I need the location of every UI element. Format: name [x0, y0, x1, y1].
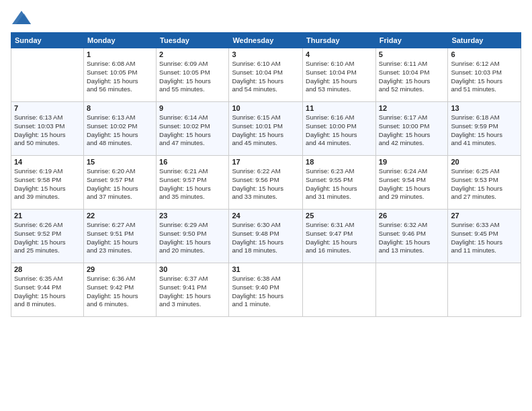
- day-header-monday: Monday: [83, 33, 156, 48]
- calendar-cell: 6Sunrise: 6:12 AM Sunset: 10:03 PM Dayli…: [448, 48, 521, 102]
- day-number: 20: [451, 158, 518, 166]
- day-number: 29: [87, 265, 153, 273]
- calendar-cell: 8Sunrise: 6:13 AM Sunset: 10:02 PM Dayli…: [83, 102, 156, 156]
- day-number: 21: [14, 212, 81, 220]
- day-info: Sunrise: 6:37 AM Sunset: 9:41 PM Dayligh…: [159, 275, 226, 309]
- day-info: Sunrise: 6:08 AM Sunset: 10:05 PM Daylig…: [87, 60, 153, 94]
- day-number: 17: [232, 158, 300, 166]
- day-number: 10: [232, 104, 300, 112]
- day-info: Sunrise: 6:15 AM Sunset: 10:01 PM Daylig…: [232, 113, 300, 148]
- day-info: Sunrise: 6:13 AM Sunset: 10:03 PM Daylig…: [14, 113, 81, 148]
- day-info: Sunrise: 6:19 AM Sunset: 9:58 PM Dayligh…: [14, 167, 81, 201]
- day-number: 5: [379, 50, 445, 58]
- day-number: 27: [451, 212, 518, 220]
- day-number: 26: [379, 212, 445, 220]
- calendar-cell: 18Sunrise: 6:23 AM Sunset: 9:55 PM Dayli…: [303, 156, 376, 210]
- day-number: 7: [14, 104, 81, 112]
- day-info: Sunrise: 6:24 AM Sunset: 9:54 PM Dayligh…: [379, 167, 445, 201]
- day-info: Sunrise: 6:31 AM Sunset: 9:47 PM Dayligh…: [306, 221, 373, 255]
- week-row-3: 14Sunrise: 6:19 AM Sunset: 9:58 PM Dayli…: [11, 156, 521, 210]
- day-number: 19: [379, 158, 445, 166]
- day-number: 2: [159, 50, 226, 58]
- calendar-cell: 27Sunrise: 6:33 AM Sunset: 9:45 PM Dayli…: [448, 210, 521, 263]
- day-header-saturday: Saturday: [448, 33, 521, 48]
- week-row-1: 1Sunrise: 6:08 AM Sunset: 10:05 PM Dayli…: [11, 48, 521, 102]
- day-number: 28: [14, 265, 81, 273]
- calendar-cell: 3Sunrise: 6:10 AM Sunset: 10:04 PM Dayli…: [229, 48, 303, 102]
- day-info: Sunrise: 6:11 AM Sunset: 10:04 PM Daylig…: [379, 60, 445, 94]
- main-container: SundayMondayTuesdayWednesdayThursdayFrid…: [0, 0, 532, 322]
- calendar-cell: 16Sunrise: 6:21 AM Sunset: 9:57 PM Dayli…: [157, 156, 229, 210]
- calendar-cell: 7Sunrise: 6:13 AM Sunset: 10:03 PM Dayli…: [11, 102, 84, 156]
- day-number: 1: [87, 50, 153, 58]
- calendar-cell: 9Sunrise: 6:14 AM Sunset: 10:02 PM Dayli…: [157, 102, 229, 156]
- day-info: Sunrise: 6:17 AM Sunset: 10:00 PM Daylig…: [379, 113, 445, 148]
- day-number: 3: [232, 50, 300, 58]
- day-number: 14: [14, 158, 81, 166]
- calendar-cell: 19Sunrise: 6:24 AM Sunset: 9:54 PM Dayli…: [375, 156, 448, 210]
- logo: [11, 11, 31, 24]
- day-number: 31: [232, 265, 300, 273]
- day-number: 25: [306, 212, 373, 220]
- day-info: Sunrise: 6:23 AM Sunset: 9:55 PM Dayligh…: [306, 167, 373, 201]
- day-info: Sunrise: 6:16 AM Sunset: 10:00 PM Daylig…: [306, 113, 373, 148]
- calendar-cell: 4Sunrise: 6:10 AM Sunset: 10:04 PM Dayli…: [303, 48, 376, 102]
- calendar-cell: 31Sunrise: 6:38 AM Sunset: 9:40 PM Dayli…: [229, 263, 303, 317]
- calendar-cell: 14Sunrise: 6:19 AM Sunset: 9:58 PM Dayli…: [11, 156, 84, 210]
- day-header-thursday: Thursday: [303, 33, 376, 48]
- calendar-cell: 20Sunrise: 6:25 AM Sunset: 9:53 PM Dayli…: [448, 156, 521, 210]
- day-info: Sunrise: 6:14 AM Sunset: 10:02 PM Daylig…: [159, 113, 226, 148]
- day-info: Sunrise: 6:36 AM Sunset: 9:42 PM Dayligh…: [87, 275, 153, 309]
- day-info: Sunrise: 6:30 AM Sunset: 9:48 PM Dayligh…: [232, 221, 300, 255]
- day-number: 13: [451, 104, 518, 112]
- day-info: Sunrise: 6:32 AM Sunset: 9:46 PM Dayligh…: [379, 221, 445, 255]
- day-number: 16: [159, 158, 226, 166]
- calendar-cell: 21Sunrise: 6:26 AM Sunset: 9:52 PM Dayli…: [11, 210, 84, 263]
- day-number: 8: [87, 104, 153, 112]
- calendar-cell: 30Sunrise: 6:37 AM Sunset: 9:41 PM Dayli…: [157, 263, 229, 317]
- day-info: Sunrise: 6:13 AM Sunset: 10:02 PM Daylig…: [87, 113, 153, 148]
- day-info: Sunrise: 6:26 AM Sunset: 9:52 PM Dayligh…: [14, 221, 81, 255]
- calendar-cell: 22Sunrise: 6:27 AM Sunset: 9:51 PM Dayli…: [83, 210, 156, 263]
- day-number: 22: [87, 212, 153, 220]
- day-info: Sunrise: 6:09 AM Sunset: 10:05 PM Daylig…: [159, 60, 226, 94]
- calendar-cell: [375, 263, 448, 317]
- day-number: 6: [451, 50, 518, 58]
- day-info: Sunrise: 6:35 AM Sunset: 9:44 PM Dayligh…: [14, 275, 81, 309]
- day-number: 4: [306, 50, 373, 58]
- calendar-cell: [448, 263, 521, 317]
- calendar-cell: 13Sunrise: 6:18 AM Sunset: 9:59 PM Dayli…: [448, 102, 521, 156]
- day-number: 23: [159, 212, 226, 220]
- day-info: Sunrise: 6:27 AM Sunset: 9:51 PM Dayligh…: [87, 221, 153, 255]
- calendar-cell: 15Sunrise: 6:20 AM Sunset: 9:57 PM Dayli…: [83, 156, 156, 210]
- day-header-friday: Friday: [375, 33, 448, 48]
- day-number: 18: [306, 158, 373, 166]
- day-number: 9: [159, 104, 226, 112]
- calendar-cell: 1Sunrise: 6:08 AM Sunset: 10:05 PM Dayli…: [83, 48, 156, 102]
- calendar-cell: 29Sunrise: 6:36 AM Sunset: 9:42 PM Dayli…: [83, 263, 156, 317]
- days-header-row: SundayMondayTuesdayWednesdayThursdayFrid…: [11, 33, 521, 48]
- calendar-cell: 5Sunrise: 6:11 AM Sunset: 10:04 PM Dayli…: [375, 48, 448, 102]
- calendar-cell: 24Sunrise: 6:30 AM Sunset: 9:48 PM Dayli…: [229, 210, 303, 263]
- calendar-table: SundayMondayTuesdayWednesdayThursdayFrid…: [11, 32, 521, 317]
- day-info: Sunrise: 6:38 AM Sunset: 9:40 PM Dayligh…: [232, 275, 300, 309]
- calendar-cell: 11Sunrise: 6:16 AM Sunset: 10:00 PM Dayl…: [303, 102, 376, 156]
- calendar-cell: 26Sunrise: 6:32 AM Sunset: 9:46 PM Dayli…: [375, 210, 448, 263]
- calendar-cell: 25Sunrise: 6:31 AM Sunset: 9:47 PM Dayli…: [303, 210, 376, 263]
- logo-icon: [12, 11, 31, 24]
- day-number: 24: [232, 212, 300, 220]
- day-info: Sunrise: 6:33 AM Sunset: 9:45 PM Dayligh…: [451, 221, 518, 255]
- calendar-cell: [303, 263, 376, 317]
- day-number: 15: [87, 158, 153, 166]
- week-row-2: 7Sunrise: 6:13 AM Sunset: 10:03 PM Dayli…: [11, 102, 521, 156]
- calendar-cell: 23Sunrise: 6:29 AM Sunset: 9:50 PM Dayli…: [157, 210, 229, 263]
- week-row-5: 28Sunrise: 6:35 AM Sunset: 9:44 PM Dayli…: [11, 263, 521, 317]
- day-number: 12: [379, 104, 445, 112]
- day-info: Sunrise: 6:29 AM Sunset: 9:50 PM Dayligh…: [159, 221, 226, 255]
- day-header-sunday: Sunday: [11, 33, 84, 48]
- day-header-wednesday: Wednesday: [229, 33, 303, 48]
- day-info: Sunrise: 6:25 AM Sunset: 9:53 PM Dayligh…: [451, 167, 518, 201]
- week-row-4: 21Sunrise: 6:26 AM Sunset: 9:52 PM Dayli…: [11, 210, 521, 263]
- day-info: Sunrise: 6:10 AM Sunset: 10:04 PM Daylig…: [232, 60, 300, 94]
- calendar-cell: 28Sunrise: 6:35 AM Sunset: 9:44 PM Dayli…: [11, 263, 84, 317]
